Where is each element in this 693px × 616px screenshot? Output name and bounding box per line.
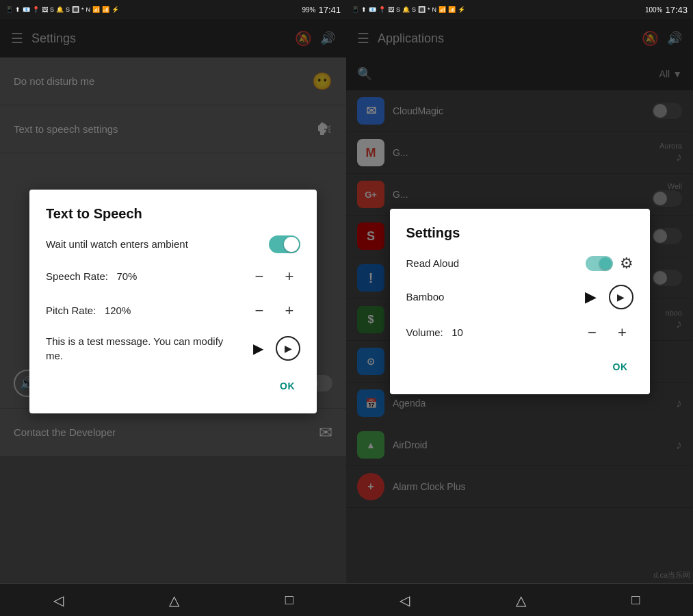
settings-read-aloud-row: Read Aloud ⚙ [406,255,633,272]
right-nav: ◁ △ □ [347,592,693,608]
left-nav-home-icon[interactable]: △ [169,592,179,608]
tts-wait-row: Wait until watch enters ambient [46,235,300,253]
settings-dialog-title: Settings [406,225,633,241]
settings-volume-label: Volume: 10 [406,326,463,338]
tts-play-button[interactable]: ▶ [247,337,269,359]
tts-ok-button[interactable]: OK [274,375,300,397]
settings-read-aloud-toggle[interactable] [586,256,613,271]
tts-pitch-rate-minus[interactable]: − [248,300,270,322]
right-nav-home-icon[interactable]: △ [516,592,526,608]
left-nav-back-icon[interactable]: ◁ [53,592,64,608]
tts-speech-rate-minus[interactable]: − [248,266,270,287]
left-status-icons: 📱⬆📧📍🖼S🔔S🔳*N📶📶⚡ [5,6,119,13]
settings-dialog: Settings Read Aloud ⚙ Bamboo ▶ ▶ [390,209,650,394]
tts-circular-play-button[interactable]: ▶ [276,336,300,361]
tts-pitch-rate-controls: − + [248,300,300,322]
settings-read-aloud-label: Read Aloud [406,257,460,269]
tts-speech-rate-label: Speech Rate: 70% [46,270,137,282]
settings-ok-button[interactable]: OK [607,356,633,378]
tts-wait-toggle[interactable] [269,235,300,253]
left-time: 17:41 [318,5,341,15]
tts-pitch-rate-row: Pitch Rate: 120% − + [46,300,300,322]
right-status-icons: 📱⬆📧📍🖼S🔔S🔳*N📶📶⚡ [352,6,465,13]
settings-bamboo-row: Bamboo ▶ ▶ [406,285,633,309]
right-battery: 100% [645,6,663,14]
left-nav: ◁ △ □ [0,592,346,608]
tts-speech-rate-plus[interactable]: + [278,266,300,287]
left-battery: 99% [302,6,315,14]
settings-read-aloud-controls: ⚙ [586,255,633,272]
settings-bamboo-controls: ▶ ▶ [580,285,633,309]
right-nav-back-icon[interactable]: ◁ [400,592,410,608]
tts-dialog-title: Text to Speech [46,206,300,222]
tts-pitch-rate-label: Pitch Rate: 120% [46,305,131,316]
tts-play-controls: ▶ ▶ [247,336,300,361]
nav-bar: ◁ △ □ ◁ △ □ [0,583,693,616]
settings-dialog-overlay: Settings Read Aloud ⚙ Bamboo ▶ ▶ [346,19,693,583]
left-nav-recents-icon[interactable]: □ [285,592,293,608]
settings-volume-minus[interactable]: − [581,322,603,344]
tts-dialog-overlay: Text to Speech Wait until watch enters a… [0,19,346,583]
settings-bamboo-label: Bamboo [406,291,445,303]
tts-speech-rate-controls: − + [248,266,300,287]
tts-dialog: Text to Speech Wait until watch enters a… [29,190,317,413]
settings-volume-row: Volume: 10 − + [406,322,633,344]
settings-volume-plus[interactable]: + [612,322,633,344]
settings-gear-icon[interactable]: ⚙ [620,255,633,272]
right-nav-recents-icon[interactable]: □ [631,592,640,608]
settings-bamboo-circular-button[interactable]: ▶ [609,285,633,309]
tts-pitch-rate-plus[interactable]: + [278,300,300,322]
right-time: 17:43 [665,5,688,15]
tts-test-row: This is a test message. You can modify m… [46,334,300,363]
tts-speech-rate-row: Speech Rate: 70% − + [46,266,300,287]
tts-test-message: This is a test message. You can modify m… [46,334,237,363]
tts-wait-label: Wait until watch enters ambient [46,238,188,250]
settings-ok-row: OK [406,356,633,378]
settings-bamboo-play-button[interactable]: ▶ [580,286,602,308]
tts-ok-row: OK [46,375,300,397]
settings-volume-controls: − + [581,322,633,344]
